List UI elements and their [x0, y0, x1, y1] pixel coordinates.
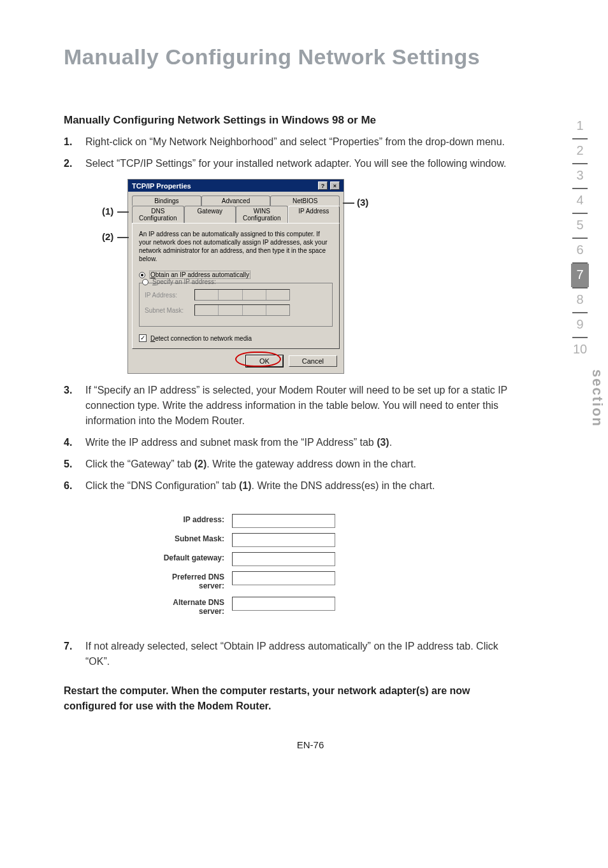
table-input-subnet-mask[interactable] — [229, 530, 338, 550]
side-index-2: 2 — [571, 139, 589, 163]
detect-checkbox[interactable]: ✓ Detect connection to network media — [139, 334, 333, 342]
side-section-label: section — [589, 369, 605, 427]
step-text: Right-click on “My Network Neighborhood”… — [85, 134, 510, 150]
step-6: 6. Click the “DNS Configuration” tab (1)… — [64, 478, 510, 494]
callout-3: (3) — [357, 197, 368, 208]
dialog-tabs: Bindings Advanced NetBIOS DNS Configurat… — [128, 192, 344, 223]
step-text: Click the “Gateway” tab (2). Write the g… — [85, 457, 510, 472]
table-row: Alternate DNS server: — [140, 594, 338, 620]
callout-1: (1) — [102, 206, 113, 217]
tab-wins-configuration[interactable]: WINS Configuration — [236, 206, 288, 223]
cancel-button[interactable]: Cancel — [289, 355, 337, 367]
side-index-8: 8 — [571, 288, 589, 312]
step-5: 5. Click the “Gateway” tab (2). Write th… — [64, 457, 510, 472]
page-title: Manually Configuring Network Settings — [64, 45, 557, 69]
step-num: 4. — [64, 435, 85, 450]
step-num: 7. — [64, 639, 85, 654]
tab-advanced[interactable]: Advanced — [201, 196, 271, 206]
close-button[interactable]: × — [330, 181, 340, 190]
tab-gateway[interactable]: Gateway — [184, 206, 236, 223]
radio-specify[interactable]: Specify an IP address: — [142, 278, 327, 285]
subnet-mask-input[interactable] — [194, 304, 290, 316]
table-label-preferred-dns: Preferred DNS server: — [140, 569, 229, 594]
table-input-ip-address[interactable] — [229, 511, 338, 530]
table-label-default-gateway: Default gateway: — [140, 550, 229, 569]
table-label-alternate-dns: Alternate DNS server: — [140, 594, 229, 620]
step-num: 5. — [64, 457, 85, 472]
callout-3-text: (3) — [357, 197, 368, 208]
step-num: 6. — [64, 478, 85, 494]
step-1: 1. Right-click on “My Network Neighborho… — [64, 134, 510, 150]
checkbox-text: etect connection to network media — [155, 335, 252, 342]
dialog-pane: An IP address can be automatically assig… — [132, 223, 340, 349]
specify-group: Specify an IP address: IP Address: Subne… — [139, 283, 333, 327]
tab-dns-configuration[interactable]: DNS Configuration — [132, 206, 184, 223]
step-4: 4. Write the IP address and subnet mask … — [64, 435, 510, 450]
callout-2-line — [117, 237, 129, 238]
radio-spec-text: pecify an IP address: — [157, 278, 216, 285]
subnet-mask-label: Subnet Mask: — [145, 307, 194, 314]
dialog-buttons: OK Cancel — [128, 353, 344, 373]
table-row: Subnet Mask: — [140, 530, 338, 550]
page-number: EN-76 — [64, 739, 557, 750]
side-index-9: 9 — [571, 313, 589, 337]
address-table: IP address: Subnet Mask: Default gateway… — [140, 511, 338, 620]
side-index-4: 4 — [571, 189, 589, 213]
table-label-ip-address: IP address: — [140, 511, 229, 530]
step-6-bold: (1) — [239, 480, 252, 491]
radio-auto-accel: O — [150, 271, 156, 278]
dialog-title: TCP/IP Properties — [132, 182, 191, 190]
dialog-blurb: An IP address can be automatically assig… — [139, 230, 333, 263]
tab-ip-address[interactable]: IP Address — [288, 206, 340, 223]
tab-netbios[interactable]: NetBIOS — [270, 196, 340, 206]
radio-auto-text: btain an IP address automatically — [156, 271, 249, 278]
step-num: 3. — [64, 383, 85, 398]
ip-address-field: IP Address: — [145, 289, 327, 301]
step-num: 1. — [64, 134, 85, 150]
step-5-after: . Write the gateway address down in the … — [206, 459, 416, 469]
callout-2: (2) — [102, 231, 113, 242]
radio-dot-empty — [142, 279, 148, 285]
footer-note: Restart the computer. When the computer … — [64, 683, 510, 714]
table-row: Default gateway: — [140, 550, 338, 569]
callout-2-text: (2) — [102, 231, 113, 242]
step-6-after: . Write the DNS address(es) in the chart… — [252, 480, 435, 491]
tcpip-screenshot: (1) (2) (3) TCP/IP Properties ? × — [127, 179, 510, 374]
table-input-preferred-dns[interactable] — [229, 569, 338, 594]
step-num: 2. — [64, 156, 85, 171]
side-index-6: 6 — [571, 239, 589, 262]
step-text: Click the “DNS Configuration” tab (1). W… — [85, 478, 510, 494]
ip-address-label: IP Address: — [145, 292, 194, 299]
side-index-3: 3 — [571, 164, 589, 188]
side-index-5: 5 — [571, 214, 589, 238]
table-label-subnet-mask: Subnet Mask: — [140, 530, 229, 550]
step-text: If not already selected, select “Obtain … — [85, 639, 510, 669]
table-input-alternate-dns[interactable] — [229, 594, 338, 620]
step-2: 2. Select “TCP/IP Settings” for your ins… — [64, 156, 510, 171]
radio-spec-accel: S — [152, 278, 157, 285]
step-4-bold: (3) — [377, 437, 389, 448]
subnet-mask-field: Subnet Mask: — [145, 304, 327, 316]
side-index-7-active: 7 — [571, 264, 589, 287]
ip-address-input[interactable] — [194, 289, 290, 301]
side-index-1: 1 — [571, 115, 589, 138]
step-text: Select “TCP/IP Settings” for your instal… — [85, 156, 510, 171]
step-6-before: Click the “DNS Configuration” tab — [85, 480, 239, 491]
checkbox-checked-icon: ✓ — [139, 334, 147, 342]
ok-button[interactable]: OK — [246, 355, 283, 367]
step-5-bold: (2) — [194, 459, 207, 469]
callout-3-line — [343, 203, 354, 204]
step-text: Write the IP address and subnet mask fro… — [85, 435, 510, 450]
side-index: 1 2 3 4 5 6 7 8 9 10 — [571, 115, 589, 362]
tcpip-dialog: TCP/IP Properties ? × Bindings Advanced … — [127, 179, 344, 374]
table-row: IP address: — [140, 511, 338, 530]
subheading: Manually Configuring Network Settings in… — [64, 114, 510, 127]
help-button[interactable]: ? — [318, 181, 328, 190]
callout-1-text: (1) — [102, 206, 113, 217]
tab-bindings[interactable]: Bindings — [132, 196, 201, 206]
step-5-before: Click the “Gateway” tab — [85, 459, 194, 469]
step-3: 3. If “Specify an IP address” is selecte… — [64, 383, 510, 429]
table-input-default-gateway[interactable] — [229, 550, 338, 569]
dialog-titlebar: TCP/IP Properties ? × — [128, 180, 344, 192]
table-row: Preferred DNS server: — [140, 569, 338, 594]
